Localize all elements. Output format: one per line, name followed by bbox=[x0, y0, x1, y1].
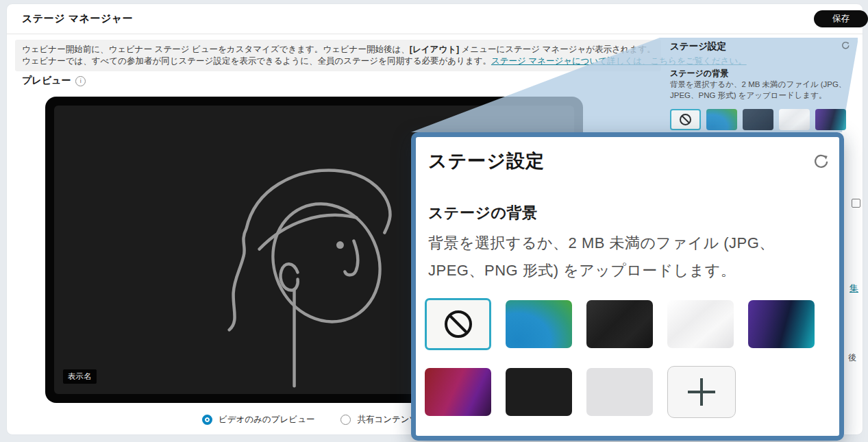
preview-heading: プレビュー i bbox=[22, 75, 86, 87]
no-background-icon bbox=[445, 310, 472, 338]
sidebar-background-desc-line1: 背景を選択するか、2 MB 未満のファイル (JPG、 bbox=[670, 79, 846, 90]
bg-option-dark-wave[interactable] bbox=[586, 300, 653, 348]
sidebar-background-desc-line2: JPEG、PNG 形式) をアップロードします。 bbox=[670, 90, 827, 101]
sidebar-stage-settings-title: ステージ設定 bbox=[670, 40, 726, 53]
sidebar-refresh-icon[interactable] bbox=[841, 40, 851, 51]
stage-manager-help-link[interactable]: ステージ マネージャについて詳しくは、こちらをご覧ください。 bbox=[491, 56, 747, 66]
sidebar-bg-option-green-blue[interactable] bbox=[706, 109, 737, 130]
bg-option-light-gray[interactable] bbox=[586, 368, 653, 416]
sidebar-checkbox-fragment[interactable] bbox=[852, 199, 860, 208]
bg-option-light-wave[interactable] bbox=[667, 300, 734, 348]
info-icon[interactable]: i bbox=[75, 76, 86, 86]
display-name-badge: 表示名 bbox=[63, 369, 97, 384]
bg-upload-button[interactable] bbox=[667, 366, 736, 418]
bg-option-red-purple[interactable] bbox=[425, 368, 491, 416]
bg-option-purple-teal[interactable] bbox=[748, 300, 815, 348]
radio-video-only-label: ビデオのみのプレビュー bbox=[219, 414, 314, 426]
overlay-background-desc-line1: 背景を選択するか、2 MB 未満のファイル (JPG、 bbox=[428, 233, 775, 254]
sidebar-background-thumbnails bbox=[670, 109, 846, 130]
sidebar-text-fragment: 後 bbox=[848, 352, 856, 364]
bg-option-black[interactable] bbox=[506, 368, 572, 416]
header-divider bbox=[7, 34, 863, 34]
sidebar-bg-option-none[interactable] bbox=[670, 109, 701, 130]
save-button[interactable]: 保存 bbox=[814, 10, 868, 27]
sidebar-edit-link-fragment[interactable]: 集 bbox=[850, 282, 858, 295]
background-options-row2 bbox=[425, 368, 736, 418]
stage-settings-magnified-panel: ステージ設定 ステージの背景 背景を選択するか、2 MB 未満のファイル (JP… bbox=[411, 132, 844, 441]
background-options-row1 bbox=[425, 300, 815, 350]
radio-video-only-preview[interactable]: ビデオのみのプレビュー bbox=[202, 414, 314, 426]
bg-option-none-selected[interactable] bbox=[425, 298, 491, 350]
sidebar-bg-option-purple-teal[interactable] bbox=[815, 109, 846, 130]
banner-line1: ウェビナー開始前に、ウェビナー ステージ ビューをカスタマイズできます。ウェビナ… bbox=[22, 44, 656, 56]
stage-manager-screen: { "header": { "title": "ステージ マネージャー", "s… bbox=[0, 0, 868, 442]
bg-option-green-blue[interactable] bbox=[506, 300, 572, 348]
overlay-background-desc-line2: JPEG、PNG 形式) をアップロードします。 bbox=[428, 260, 736, 281]
banner-line2: ウェビナーでは、すべての参加者が同じステージ設定を表示できるように、全員のステー… bbox=[22, 56, 747, 67]
overlay-stage-settings-title: ステージ設定 bbox=[428, 149, 545, 173]
overlay-stage-background-heading: ステージの背景 bbox=[428, 203, 538, 223]
sidebar-stage-background-heading: ステージの背景 bbox=[670, 68, 728, 79]
no-background-icon bbox=[680, 114, 691, 125]
sidebar-bg-option-dark-wave[interactable] bbox=[743, 109, 773, 130]
page-title: ステージ マネージャー bbox=[22, 12, 133, 25]
radio-selected-icon[interactable] bbox=[202, 415, 212, 425]
radio-unselected-icon[interactable] bbox=[340, 415, 351, 425]
sidebar-bg-option-light-wave[interactable] bbox=[779, 109, 810, 130]
banner-bold-layout: [レイアウト] bbox=[410, 45, 459, 54]
info-banner: ウェビナー開始前に、ウェビナー ステージ ビューをカスタマイズできます。ウェビナ… bbox=[15, 40, 661, 71]
overlay-refresh-icon[interactable] bbox=[812, 152, 831, 171]
plus-icon bbox=[688, 378, 715, 406]
